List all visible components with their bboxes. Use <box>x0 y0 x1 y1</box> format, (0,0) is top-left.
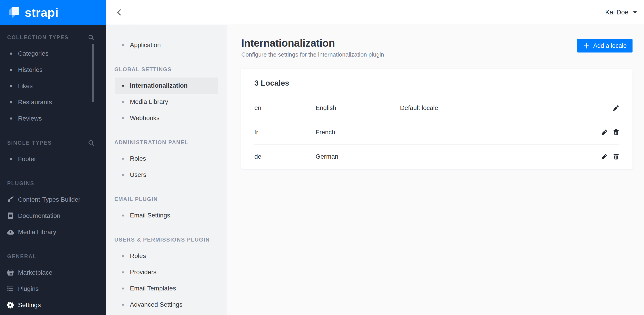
sidebar-item-label: Plugins <box>18 285 39 292</box>
edit-locale-button[interactable] <box>601 153 608 160</box>
shopping-basket-icon <box>6 269 14 276</box>
settings-item-label: Email Templates <box>130 285 176 292</box>
section-header: SINGLE TYPES <box>0 135 106 151</box>
sidebar-item-content-types-builder[interactable]: Content-Types Builder <box>0 191 106 208</box>
sidebar-item-footer[interactable]: Footer <box>0 151 106 167</box>
settings-item-admin-roles[interactable]: Roles <box>115 151 218 167</box>
settings-item-email-settings[interactable]: Email Settings <box>115 207 218 223</box>
delete-locale-button[interactable] <box>613 129 620 136</box>
right-column: Kai Doe Application GLOBAL SETTINGS Inte… <box>106 0 644 315</box>
sidebar-item-documentation[interactable]: Documentation <box>0 208 106 224</box>
bullet-icon <box>10 53 12 55</box>
search-icon[interactable] <box>88 34 94 41</box>
settings-group-title-global-settings: GLOBAL SETTINGS <box>106 61 227 78</box>
trash-icon <box>613 129 620 136</box>
settings-item-webhooks[interactable]: Webhooks <box>115 110 218 126</box>
sidebar-item-likes[interactable]: Likes <box>0 78 106 94</box>
user-menu[interactable]: Kai Doe <box>605 9 644 16</box>
strapi-logo-text: strapi <box>25 6 58 19</box>
pencil-icon <box>613 105 620 111</box>
edit-locale-button[interactable] <box>613 105 620 111</box>
list-icon <box>6 285 14 293</box>
settings-item-admin-users[interactable]: Users <box>115 167 218 183</box>
section-title: SINGLE TYPES <box>7 140 52 146</box>
sidebar-item-label: Likes <box>18 83 33 90</box>
page-title: Internationalization <box>241 38 384 49</box>
bullet-icon <box>122 101 124 103</box>
main-content: Internationalization Configure the setti… <box>227 25 644 315</box>
locale-row-fr[interactable]: fr French <box>241 120 632 144</box>
bullet-icon <box>122 158 124 160</box>
settings-item-media-library[interactable]: Media Library <box>115 94 218 110</box>
locale-name: French <box>316 129 400 136</box>
settings-item-label: Roles <box>130 252 146 259</box>
sidebar-section-collection-types: COLLECTION TYPES Categories Histories Li… <box>0 29 106 127</box>
page-subtitle: Configure the settings for the internati… <box>241 51 384 58</box>
settings-group-title-users-permissions-plugin: USERS & PERMISSIONS PLUGIN <box>106 232 227 248</box>
section-header: COLLECTION TYPES <box>0 29 106 46</box>
settings-item-label: Providers <box>130 268 156 276</box>
bullet-icon <box>10 69 12 71</box>
strapi-logo-icon <box>8 7 20 18</box>
sidebar-item-label: Histories <box>18 66 42 74</box>
locale-row-en[interactable]: en English Default locale <box>241 96 632 120</box>
settings-sidebar: Application GLOBAL SETTINGS Internationa… <box>106 25 227 315</box>
sidebar-item-marketplace[interactable]: Marketplace <box>0 264 106 281</box>
settings-item-label: Webhooks <box>130 114 160 122</box>
settings-item-internationalization[interactable]: Internationalization <box>115 78 218 94</box>
scrollbar-thumb[interactable] <box>92 44 94 102</box>
settings-item-providers[interactable]: Providers <box>115 264 218 280</box>
strapi-logo[interactable]: strapi <box>0 0 106 25</box>
row-actions <box>613 105 620 111</box>
add-locale-label: Add a locale <box>593 42 627 49</box>
sidebar-item-label: Documentation <box>18 212 60 219</box>
settings-item-application[interactable]: Application <box>115 37 218 53</box>
locale-row-de[interactable]: de German <box>241 144 632 169</box>
locales-card: 3 Locales en English Default locale fr <box>241 69 632 169</box>
sidebar-item-label: Footer <box>18 155 36 163</box>
sidebar-section-single-types: SINGLE TYPES Footer <box>0 135 106 167</box>
sidebar-item-reviews[interactable]: Reviews <box>0 110 106 127</box>
sidebar-item-settings[interactable]: Settings <box>0 297 106 313</box>
pencil-icon <box>601 129 608 136</box>
bullet-icon <box>122 214 124 216</box>
bullet-icon <box>10 101 12 103</box>
settings-item-email-templates[interactable]: Email Templates <box>115 280 218 296</box>
bullet-icon <box>122 174 124 176</box>
delete-locale-button[interactable] <box>613 153 620 160</box>
bullet-icon <box>10 158 12 160</box>
back-button[interactable] <box>106 0 133 25</box>
sidebar-item-categories[interactable]: Categories <box>0 46 106 62</box>
gear-icon <box>6 301 14 309</box>
search-icon[interactable] <box>88 139 94 146</box>
section-header: PLUGINS <box>0 175 106 191</box>
sidebar-item-label: Marketplace <box>18 269 52 276</box>
locale-name: German <box>316 153 400 160</box>
locale-code: fr <box>254 129 316 136</box>
sidebar-item-media-library[interactable]: Media Library <box>0 224 106 240</box>
add-locale-button[interactable]: Add a locale <box>577 39 632 53</box>
section-header: GENERAL <box>0 248 106 264</box>
row-actions <box>601 129 620 136</box>
sidebar-item-label: Media Library <box>18 228 56 236</box>
sidebar-item-restaurants[interactable]: Restaurants <box>0 94 106 110</box>
settings-group-title-administration-panel: ADMINISTRATION PANEL <box>106 134 227 151</box>
bullet-icon <box>122 85 124 87</box>
settings-item-label: Application <box>130 42 161 49</box>
settings-item-up-roles[interactable]: Roles <box>115 248 218 264</box>
section-title: GENERAL <box>7 253 37 259</box>
trash-icon <box>613 153 620 160</box>
settings-item-label: Roles <box>130 155 146 162</box>
sidebar-item-plugins[interactable]: Plugins <box>0 281 106 297</box>
settings-item-advanced-settings[interactable]: Advanced Settings <box>115 296 218 313</box>
locale-default-note: Default locale <box>400 104 613 112</box>
sidebar-section-general: GENERAL Marketplace Plugins <box>0 248 106 313</box>
cloud-upload-icon <box>6 228 14 236</box>
sidebar-item-label: Content-Types Builder <box>18 196 80 203</box>
sidebar-item-histories[interactable]: Histories <box>0 62 106 78</box>
edit-locale-button[interactable] <box>601 129 608 136</box>
pencil-icon <box>601 153 608 160</box>
sidebar-menu: COLLECTION TYPES Categories Histories Li… <box>0 25 106 313</box>
settings-group-title-email-plugin: EMAIL PLUGIN <box>106 191 227 207</box>
chevron-down-icon <box>633 11 637 14</box>
